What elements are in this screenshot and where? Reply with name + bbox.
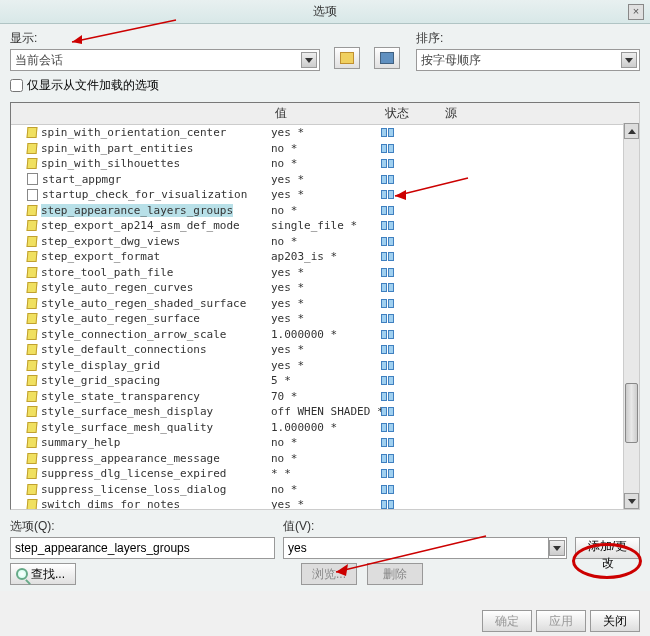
- table-row[interactable]: style_auto_regen_curvesyes *: [11, 280, 639, 296]
- row-name: suppress_dlg_license_expired: [41, 467, 226, 480]
- table-row[interactable]: style_default_connectionsyes *: [11, 342, 639, 358]
- value-input[interactable]: [283, 537, 549, 559]
- table-row[interactable]: style_auto_regen_surfaceyes *: [11, 311, 639, 327]
- row-value: yes *: [271, 173, 381, 186]
- apply-button[interactable]: 应用: [536, 610, 586, 632]
- col-state[interactable]: 状态: [381, 103, 441, 124]
- row-state: [381, 314, 441, 323]
- flag-icon: [27, 468, 38, 479]
- value-dropdown[interactable]: [549, 537, 567, 559]
- table-row[interactable]: start_appmgryes *: [11, 172, 639, 188]
- table-row[interactable]: step_export_formatap203_is *: [11, 249, 639, 265]
- lock-icon: [388, 128, 394, 137]
- col-name[interactable]: [11, 103, 271, 124]
- table-row[interactable]: spin_with_orientation_centeryes *: [11, 125, 639, 141]
- lock-icon: [381, 175, 387, 184]
- table-row[interactable]: spin_with_part_entitiesno *: [11, 141, 639, 157]
- scroll-up-button[interactable]: [624, 123, 639, 139]
- row-value: no *: [271, 235, 381, 248]
- lock-icon: [381, 423, 387, 432]
- add-change-button[interactable]: 添加/更改: [575, 537, 640, 559]
- lock-icon: [388, 190, 394, 199]
- table-row[interactable]: step_export_dwg_viewsno *: [11, 234, 639, 250]
- lock-icon: [381, 438, 387, 447]
- find-button[interactable]: 查找...: [10, 563, 76, 585]
- delete-button: 删除: [367, 563, 423, 585]
- scrollbar[interactable]: [623, 123, 639, 509]
- lock-icon: [381, 159, 387, 168]
- open-config-button[interactable]: [334, 47, 360, 69]
- dropdown-arrow-icon: [621, 52, 637, 68]
- table-row[interactable]: style_display_gridyes *: [11, 358, 639, 374]
- row-value: yes *: [271, 281, 381, 294]
- table-row[interactable]: style_connection_arrow_scale1.000000 *: [11, 327, 639, 343]
- close-dialog-button[interactable]: 关闭: [590, 610, 640, 632]
- row-state: [381, 190, 441, 199]
- table-row[interactable]: startup_check_for_visualizationyes *: [11, 187, 639, 203]
- save-config-button[interactable]: [374, 47, 400, 69]
- row-value: off WHEN SHADED *: [271, 405, 381, 418]
- row-name: spin_with_silhouettes: [41, 157, 180, 170]
- lock-icon: [388, 330, 394, 339]
- show-select[interactable]: 当前会话: [10, 49, 320, 71]
- table-row[interactable]: step_export_ap214_asm_def_modesingle_fil…: [11, 218, 639, 234]
- lock-icon: [381, 345, 387, 354]
- table-row[interactable]: style_surface_mesh_quality1.000000 *: [11, 420, 639, 436]
- row-state: [381, 252, 441, 261]
- table-row[interactable]: style_state_transparency70 *: [11, 389, 639, 405]
- scroll-down-button[interactable]: [624, 493, 639, 509]
- option-input[interactable]: [10, 537, 275, 559]
- table-row[interactable]: summary_helpno *: [11, 435, 639, 451]
- row-name: spin_with_orientation_center: [41, 126, 226, 139]
- lock-icon: [381, 392, 387, 401]
- row-name: step_export_dwg_views: [41, 235, 180, 248]
- flag-icon: [27, 484, 38, 495]
- lock-icon: [388, 423, 394, 432]
- sort-label: 排序:: [416, 30, 640, 47]
- lock-icon: [388, 159, 394, 168]
- value-label: 值(V):: [283, 518, 567, 535]
- col-value[interactable]: 值: [271, 103, 381, 124]
- only-loaded-check[interactable]: 仅显示从文件加载的选项: [10, 77, 640, 94]
- row-name: style_auto_regen_curves: [41, 281, 193, 294]
- lock-icon: [388, 237, 394, 246]
- save-icon: [380, 52, 394, 64]
- search-icon: [16, 568, 28, 580]
- flag-icon: [27, 329, 38, 340]
- table-row[interactable]: suppress_dlg_license_expired* *: [11, 466, 639, 482]
- row-value: yes *: [271, 297, 381, 310]
- table-row[interactable]: suppress_license_loss_dialogno *: [11, 482, 639, 498]
- table-row[interactable]: style_auto_regen_shaded_surfaceyes *: [11, 296, 639, 312]
- row-name: summary_help: [41, 436, 120, 449]
- sort-select[interactable]: 按字母顺序: [416, 49, 640, 71]
- browse-button: 浏览...: [301, 563, 357, 585]
- lock-icon: [388, 314, 394, 323]
- table-row[interactable]: store_tool_path_fileyes *: [11, 265, 639, 281]
- only-loaded-checkbox[interactable]: [10, 79, 23, 92]
- row-value: no *: [271, 142, 381, 155]
- row-name: suppress_appearance_message: [41, 452, 220, 465]
- table-row[interactable]: suppress_appearance_messageno *: [11, 451, 639, 467]
- find-label: 查找...: [31, 566, 65, 583]
- doc-icon: [27, 173, 38, 185]
- row-state: [381, 469, 441, 478]
- row-name: style_auto_regen_surface: [41, 312, 200, 325]
- dropdown-arrow-icon: [549, 540, 565, 556]
- close-button[interactable]: ×: [628, 4, 644, 20]
- table-row[interactable]: spin_with_silhouettesno *: [11, 156, 639, 172]
- row-value: 5 *: [271, 374, 381, 387]
- col-source[interactable]: 源: [441, 103, 639, 124]
- lock-icon: [381, 144, 387, 153]
- lock-icon: [381, 407, 387, 416]
- ok-button[interactable]: 确定: [482, 610, 532, 632]
- lock-icon: [381, 237, 387, 246]
- table-row[interactable]: style_surface_mesh_displayoff WHEN SHADE…: [11, 404, 639, 420]
- table-row[interactable]: style_grid_spacing5 *: [11, 373, 639, 389]
- scroll-thumb[interactable]: [625, 383, 638, 443]
- row-value: ap203_is *: [271, 250, 381, 263]
- table-row[interactable]: switch_dims_for_notesyes *: [11, 497, 639, 509]
- rows-container: spin_with_orientation_centeryes *spin_wi…: [11, 125, 639, 509]
- lock-icon: [381, 221, 387, 230]
- table-row[interactable]: step_appearance_layers_groupsno *: [11, 203, 639, 219]
- row-name: style_state_transparency: [41, 390, 200, 403]
